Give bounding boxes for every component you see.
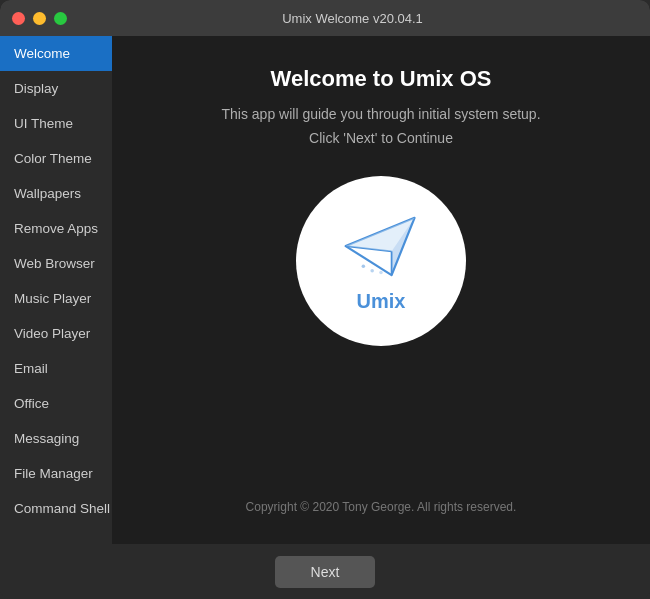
svg-point-7 <box>379 271 383 275</box>
minimize-button[interactable] <box>33 12 46 25</box>
sidebar-item-command-shell[interactable]: Command Shell <box>0 491 112 526</box>
window-title: Umix Welcome v20.04.1 <box>67 11 638 26</box>
app-window: Umix Welcome v20.04.1 WelcomeDisplayUI T… <box>0 0 650 599</box>
content-panel: Welcome to Umix OS This app will guide y… <box>112 36 650 544</box>
sidebar-item-file-manager[interactable]: File Manager <box>0 456 112 491</box>
paper-plane-icon <box>336 209 426 284</box>
sidebar-item-web-browser[interactable]: Web Browser <box>0 246 112 281</box>
sidebar-item-welcome[interactable]: Welcome <box>0 36 112 71</box>
maximize-button[interactable] <box>54 12 67 25</box>
sidebar-item-color-theme[interactable]: Color Theme <box>0 141 112 176</box>
logo-circle: Umix <box>296 176 466 346</box>
bottom-bar: Next <box>0 544 650 599</box>
sidebar-item-music-player[interactable]: Music Player <box>0 281 112 316</box>
svg-point-5 <box>362 265 366 269</box>
next-button[interactable]: Next <box>275 556 376 588</box>
subtitle-text: This app will guide you through initial … <box>221 106 540 122</box>
sidebar-item-remove-apps[interactable]: Remove Apps <box>0 211 112 246</box>
copyright-text: Copyright © 2020 Tony George. All rights… <box>246 500 517 514</box>
sidebar-item-messaging[interactable]: Messaging <box>0 421 112 456</box>
instruction-text: Click 'Next' to Continue <box>309 130 453 146</box>
sidebar-item-video-player[interactable]: Video Player <box>0 316 112 351</box>
sidebar: WelcomeDisplayUI ThemeColor ThemeWallpap… <box>0 36 112 544</box>
page-title: Welcome to Umix OS <box>271 66 492 92</box>
traffic-lights <box>12 12 67 25</box>
sidebar-item-office[interactable]: Office <box>0 386 112 421</box>
logo-text: Umix <box>357 290 406 313</box>
titlebar: Umix Welcome v20.04.1 <box>0 0 650 36</box>
sidebar-item-ui-theme[interactable]: UI Theme <box>0 106 112 141</box>
close-button[interactable] <box>12 12 25 25</box>
svg-point-6 <box>370 269 374 273</box>
main-area: WelcomeDisplayUI ThemeColor ThemeWallpap… <box>0 36 650 544</box>
sidebar-item-wallpapers[interactable]: Wallpapers <box>0 176 112 211</box>
sidebar-item-email[interactable]: Email <box>0 351 112 386</box>
sidebar-item-display[interactable]: Display <box>0 71 112 106</box>
